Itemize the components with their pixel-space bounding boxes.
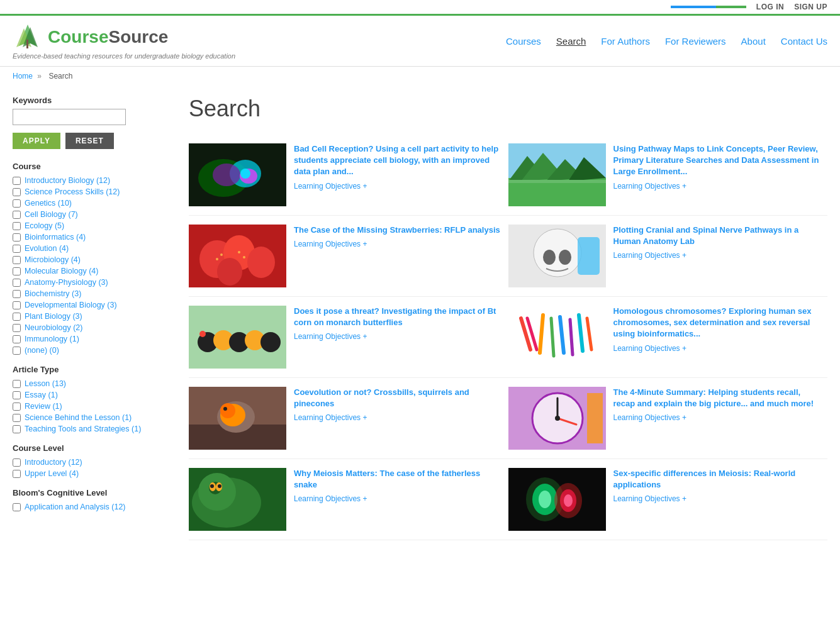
filter-checkbox[interactable] bbox=[13, 222, 21, 230]
filter-label[interactable]: Cell Biology (7) bbox=[25, 210, 78, 219]
filter-checkbox[interactable] bbox=[13, 188, 21, 196]
breadcrumb-home[interactable]: Home bbox=[13, 72, 33, 81]
result-objectives-link[interactable]: Learning Objectives + bbox=[294, 182, 502, 191]
filter-checkbox[interactable] bbox=[13, 391, 21, 399]
filter-checkbox[interactable] bbox=[13, 267, 21, 275]
filter-checkbox[interactable] bbox=[13, 335, 21, 343]
filter-checkbox[interactable] bbox=[13, 256, 21, 264]
main-nav: CoursesSearchFor AuthorsFor ReviewersAbo… bbox=[506, 36, 827, 47]
main-layout: Keywords APPLY RESET CourseIntroductory … bbox=[0, 86, 840, 550]
nav-link-for-reviewers[interactable]: For Reviewers bbox=[665, 36, 726, 47]
nav-link-for-authors[interactable]: For Authors bbox=[601, 36, 650, 47]
filter-label[interactable]: Biochemistry (3) bbox=[25, 289, 81, 298]
filter-label[interactable]: Anatomy-Physiology (3) bbox=[25, 278, 108, 287]
filter-label[interactable]: Ecology (5) bbox=[25, 221, 64, 230]
filter-checkbox[interactable] bbox=[13, 211, 21, 219]
logo-name: CourseSource bbox=[48, 27, 168, 47]
filter-checkbox[interactable] bbox=[13, 313, 21, 321]
result-thumbnail bbox=[189, 468, 286, 531]
filter-item: Immunology (1) bbox=[13, 335, 170, 343]
result-objectives-link[interactable]: Learning Objectives + bbox=[294, 240, 502, 248]
filter-checkbox[interactable] bbox=[13, 290, 21, 298]
filter-label[interactable]: Molecular Biology (4) bbox=[25, 267, 98, 275]
svg-rect-38 bbox=[508, 306, 606, 369]
filter-checkbox[interactable] bbox=[13, 245, 21, 253]
filter-checkbox[interactable] bbox=[13, 301, 21, 309]
result-objectives-link[interactable]: Learning Objectives + bbox=[294, 413, 502, 422]
result-title[interactable]: Sex-specific differences in Meiosis: Rea… bbox=[613, 468, 822, 491]
result-title[interactable]: Homologous chromosomes? Exploring human … bbox=[613, 306, 822, 340]
filter-item: Ecology (5) bbox=[13, 221, 170, 230]
signup-link[interactable]: SIGN UP bbox=[794, 3, 827, 11]
result-objectives-link[interactable]: Learning Objectives + bbox=[613, 251, 822, 260]
svg-rect-3 bbox=[26, 40, 28, 48]
result-title[interactable]: The 4-Minute Summary: Helping students r… bbox=[613, 387, 822, 409]
filter-label[interactable]: Bioinformatics (4) bbox=[25, 233, 86, 242]
result-objectives-link[interactable]: Learning Objectives + bbox=[613, 344, 822, 353]
filter-checkbox[interactable] bbox=[13, 470, 21, 478]
keywords-input[interactable] bbox=[13, 109, 126, 125]
filter-label[interactable]: Science Behind the Lesson (1) bbox=[25, 413, 132, 422]
nav-link-search[interactable]: Search bbox=[556, 36, 586, 47]
result-thumbnail bbox=[508, 306, 606, 369]
filter-checkbox[interactable] bbox=[13, 324, 21, 332]
filter-checkbox[interactable] bbox=[13, 347, 21, 355]
filter-label[interactable]: Lesson (13) bbox=[25, 379, 66, 388]
filter-label[interactable]: Science Process Skills (12) bbox=[25, 187, 120, 196]
filter-item: Science Process Skills (12) bbox=[13, 187, 170, 196]
filter-section-bloom's-cognitive-level: Bloom's Cognitive LevelApplication and A… bbox=[13, 488, 170, 511]
filter-checkbox[interactable] bbox=[13, 425, 21, 433]
result-title[interactable]: The Case of the Missing Strawberries: RF… bbox=[294, 225, 502, 236]
results-grid: Bad Cell Reception? Using a cell part ac… bbox=[189, 135, 827, 540]
filter-label[interactable]: (none) (0) bbox=[25, 346, 59, 355]
filter-label[interactable]: Microbiology (4) bbox=[25, 255, 81, 264]
filter-label[interactable]: Application and Analysis (12) bbox=[25, 503, 126, 511]
filter-label[interactable]: Introductory (12) bbox=[25, 458, 82, 467]
result-title[interactable]: Plotting Cranial and Spinal Nerve Pathwa… bbox=[613, 225, 822, 247]
result-item: Sex-specific differences in Meiosis: Rea… bbox=[508, 459, 828, 540]
result-title[interactable]: Bad Cell Reception? Using a cell part ac… bbox=[294, 143, 502, 178]
filter-label[interactable]: Introductory Biology (12) bbox=[25, 176, 110, 185]
filter-label[interactable]: Teaching Tools and Strategies (1) bbox=[25, 425, 141, 433]
filter-checkbox[interactable] bbox=[13, 403, 21, 411]
filter-label[interactable]: Neurobiology (2) bbox=[25, 323, 82, 332]
filter-checkbox[interactable] bbox=[13, 177, 21, 185]
svg-point-65 bbox=[210, 484, 214, 488]
apply-button[interactable]: APPLY bbox=[13, 133, 60, 149]
filter-checkbox[interactable] bbox=[13, 279, 21, 287]
result-title[interactable]: Using Pathway Maps to Link Concepts, Pee… bbox=[613, 143, 822, 178]
breadcrumb: Home » Search bbox=[0, 67, 840, 86]
filter-label[interactable]: Genetics (10) bbox=[25, 199, 72, 208]
filter-checkbox[interactable] bbox=[13, 414, 21, 422]
filter-label[interactable]: Essay (1) bbox=[25, 391, 58, 399]
logo-icon bbox=[13, 22, 43, 52]
filter-checkbox[interactable] bbox=[13, 199, 21, 208]
login-link[interactable]: LOG IN bbox=[756, 3, 784, 11]
filter-label[interactable]: Evolution (4) bbox=[25, 244, 69, 253]
filter-label[interactable]: Review (1) bbox=[25, 402, 62, 411]
filter-checkbox[interactable] bbox=[13, 233, 21, 242]
filter-label[interactable]: Developmental Biology (3) bbox=[25, 301, 117, 309]
filter-checkbox[interactable] bbox=[13, 458, 21, 467]
filter-label[interactable]: Immunology (1) bbox=[25, 335, 79, 343]
result-objectives-link[interactable]: Learning Objectives + bbox=[613, 182, 822, 191]
result-title[interactable]: Why Meiosis Matters: The case of the fat… bbox=[294, 468, 502, 491]
sidebar: Keywords APPLY RESET CourseIntroductory … bbox=[13, 86, 170, 550]
nav-link-about[interactable]: About bbox=[741, 36, 766, 47]
nav-link-courses[interactable]: Courses bbox=[506, 36, 541, 47]
result-info: The Case of the Missing Strawberries: RF… bbox=[294, 225, 502, 287]
filter-checkbox[interactable] bbox=[13, 503, 21, 511]
result-objectives-link[interactable]: Learning Objectives + bbox=[613, 494, 822, 503]
filter-label[interactable]: Upper Level (4) bbox=[25, 469, 79, 478]
result-title[interactable]: Does it pose a threat? Investigating the… bbox=[294, 306, 502, 328]
result-objectives-link[interactable]: Learning Objectives + bbox=[294, 494, 502, 503]
result-objectives-link[interactable]: Learning Objectives + bbox=[294, 332, 502, 341]
nav-link-contact-us[interactable]: Contact Us bbox=[781, 36, 827, 47]
filter-label[interactable]: Plant Biology (3) bbox=[25, 312, 82, 321]
result-objectives-link[interactable]: Learning Objectives + bbox=[613, 413, 822, 422]
reset-button[interactable]: RESET bbox=[65, 133, 114, 149]
result-title[interactable]: Coevolution or not? Crossbills, squirrel… bbox=[294, 387, 502, 409]
filter-checkbox[interactable] bbox=[13, 380, 21, 388]
filter-item: Introductory Biology (12) bbox=[13, 176, 170, 185]
filter-buttons: APPLY RESET bbox=[13, 133, 170, 149]
